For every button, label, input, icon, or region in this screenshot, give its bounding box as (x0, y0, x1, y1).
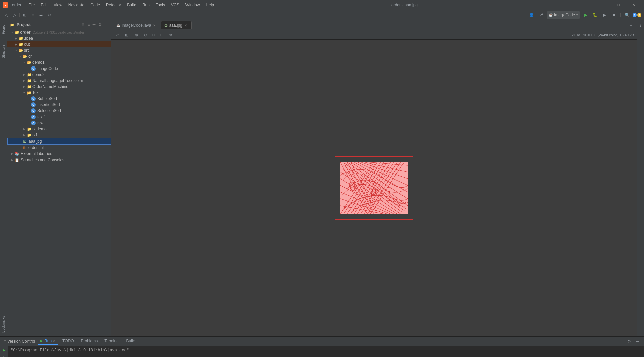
run-tab[interactable]: ▶ Run ✕ (38, 338, 58, 345)
tab-aaajpg-close[interactable]: ✕ (184, 24, 188, 27)
img-actual-size-btn[interactable]: □ (158, 32, 165, 38)
toolbar-vcs-btn[interactable]: ⎇ (537, 11, 545, 19)
menu-refactor[interactable]: Refactor (103, 2, 124, 8)
toolbar-sep-1 (19, 13, 20, 17)
tree-text[interactable]: ▾ 📂 Text (7, 90, 111, 96)
run-config-selector[interactable]: ☕ ImageCode ▾ (547, 11, 580, 19)
close-button[interactable]: ✕ (626, 0, 641, 10)
indicator-1[interactable]: ● (633, 13, 637, 17)
img-fit-btn[interactable]: ⤢ (114, 32, 121, 38)
bottom-tab-bar: ⑂ Version Control ▶ Run ✕ TODO Problems … (0, 337, 644, 346)
menu-tools[interactable]: Tools (153, 2, 168, 8)
img-grid-btn[interactable]: ⊞ (123, 32, 130, 38)
run-cmd-line: "C:\Program Files\Java\jdk1.8.0_181\bin\… (11, 347, 641, 353)
tree-aaajpg[interactable]: ▶ 🖼 aaa.jpg (7, 138, 111, 145)
bottom-close-btn[interactable]: ─ (634, 338, 641, 345)
tree-tx1[interactable]: ▶ 📁 tx1 (7, 132, 111, 138)
toolbar-btn-5[interactable]: ⇌ (37, 11, 45, 19)
tree-tsw[interactable]: ▶ C tsw (7, 120, 111, 126)
version-control-tab[interactable]: ⑂ Version Control (3, 338, 36, 344)
tree-settings-btn[interactable]: ⚙ (98, 21, 103, 28)
tree-collapse-btn[interactable]: ⇌ (92, 21, 96, 28)
menu-code[interactable]: Code (88, 2, 103, 8)
project-tab[interactable]: Project (1, 21, 6, 36)
img-zoom-in-btn[interactable]: ⊕ (133, 32, 140, 38)
terminal-tab[interactable]: Terminal (102, 338, 122, 345)
tree-ordernm[interactable]: ▶ 📁 OrderNameMachine (7, 84, 111, 90)
tree-txdemo[interactable]: ▶ 📁 tx.demo (7, 126, 111, 132)
tree-root[interactable]: ▾ 📁 order C:\Users\17331\IdeaProjects\or… (7, 29, 111, 35)
toolbar-btn-1[interactable]: ◁ (3, 11, 10, 19)
tree-cn[interactable]: ▾ 📂 cn (7, 53, 111, 59)
problems-tab[interactable]: Problems (78, 338, 101, 345)
notifications-tab[interactable]: ⋯ (638, 21, 643, 29)
tree-out[interactable]: ▶ 📁 out (7, 41, 111, 47)
menu-run[interactable]: Run (140, 2, 152, 8)
tree-bubblesort[interactable]: ▶ C BubbleSort (7, 96, 111, 102)
menu-file[interactable]: File (25, 2, 37, 8)
text1-label: text1 (37, 115, 46, 119)
menu-help[interactable]: Help (203, 2, 217, 8)
menu-build[interactable]: Build (124, 2, 139, 8)
toolbar-btn-3[interactable]: ⊞ (21, 11, 29, 19)
window-title: order - aaa.jpg (217, 3, 592, 7)
search-btn[interactable]: 🔍 (623, 11, 631, 19)
image-viewer[interactable]: 0 p ; (111, 40, 637, 336)
imagecode-java-icon: C (31, 66, 36, 71)
menu-edit[interactable]: Edit (38, 2, 50, 8)
toolbar-btn-4[interactable]: ≡ (29, 11, 37, 19)
structure-tab-vert[interactable]: Structure (1, 43, 6, 60)
app-icon: ♦ (3, 2, 8, 8)
menu-window[interactable]: Window (183, 2, 203, 8)
arrow-scratch: ▶ (10, 158, 14, 162)
tree-orderiml[interactable]: ▶ 🗎 order.iml (7, 145, 111, 151)
tree-demo2[interactable]: ▶ 📁 demo2 (7, 72, 111, 78)
toolbar-btn-2[interactable]: ▷ (11, 11, 18, 19)
img-color-picker-btn[interactable]: ✏ (168, 32, 174, 38)
build-tab[interactable]: Build (124, 338, 138, 345)
indicator-2[interactable]: ● (637, 13, 641, 17)
bottom-settings-btn[interactable]: ⚙ (625, 338, 633, 345)
tree-nlp[interactable]: ▶ 📁 NaturalLanguageProcession (7, 78, 111, 84)
tree-scratch[interactable]: ▶ 📋 Scratches and Consoles (7, 157, 111, 163)
tab-imagecode[interactable]: ☕ ImageCode.java ✕ (113, 21, 160, 29)
toolbar-btn-7[interactable]: ─ (53, 11, 61, 19)
tree-insertionsort[interactable]: ▶ C InsertionSort (7, 102, 111, 108)
menu-navigate[interactable]: Navigate (66, 2, 87, 8)
tree-expand-all-btn[interactable]: ≡ (87, 21, 90, 28)
insertionsort-java-icon: C (31, 102, 36, 107)
title-bar-left: ♦ order File Edit View Navigate Code Ref… (3, 2, 217, 8)
maximize-button[interactable]: □ (610, 0, 626, 10)
tree-extlib[interactable]: ▶ 📚 External Libraries (7, 151, 111, 157)
run-scroll-up-btn[interactable]: ▲ (1, 354, 7, 357)
tree-src[interactable]: ▾ 📂 src (7, 47, 111, 53)
stop-button[interactable]: ■ (610, 11, 618, 19)
tree-text1[interactable]: ▶ C text1 (7, 114, 111, 120)
tree-locate-btn[interactable]: ⊕ (80, 21, 85, 28)
tree-idea[interactable]: ▶ 📁 .idea (7, 35, 111, 41)
src-label: src (24, 48, 30, 53)
project-title-label: order (12, 3, 21, 7)
bookmarks-tab[interactable]: Bookmarks (1, 314, 6, 335)
tree-demo1[interactable]: ▾ 📂 demo1 (7, 59, 111, 65)
tree-selectionsort[interactable]: ▶ C SelectionSort (7, 108, 111, 114)
tab-aaajpg[interactable]: 🖼 aaa.jpg ✕ (161, 21, 191, 29)
scratch-label: Scratches and Consoles (21, 158, 64, 162)
toolbar-user-btn[interactable]: 👤 (528, 11, 535, 19)
orderiml-icon: 🗎 (23, 146, 26, 150)
tree-imagecode[interactable]: ▶ C ImageCode (7, 65, 111, 72)
menu-vcs[interactable]: VCS (168, 2, 182, 8)
todo-tab[interactable]: TODO (60, 338, 76, 345)
menu-view[interactable]: View (51, 2, 65, 8)
img-zoom-out-btn[interactable]: ⊖ (142, 32, 149, 38)
run-with-coverage-btn[interactable]: ▶ (601, 11, 608, 19)
tab-more-btn[interactable]: ⋯ (627, 21, 634, 29)
tab-imagecode-close[interactable]: ✕ (152, 24, 156, 27)
debug-button[interactable]: 🐛 (591, 11, 599, 19)
minimize-button[interactable]: ─ (595, 0, 610, 10)
run-tab-close[interactable]: ✕ (53, 339, 56, 343)
tree-minimize-btn[interactable]: ─ (104, 21, 108, 28)
toolbar-btn-6[interactable]: ⚙ (45, 11, 53, 19)
run-button[interactable]: ▶ (582, 11, 589, 19)
run-rerun-btn[interactable]: ▶ (1, 347, 7, 353)
